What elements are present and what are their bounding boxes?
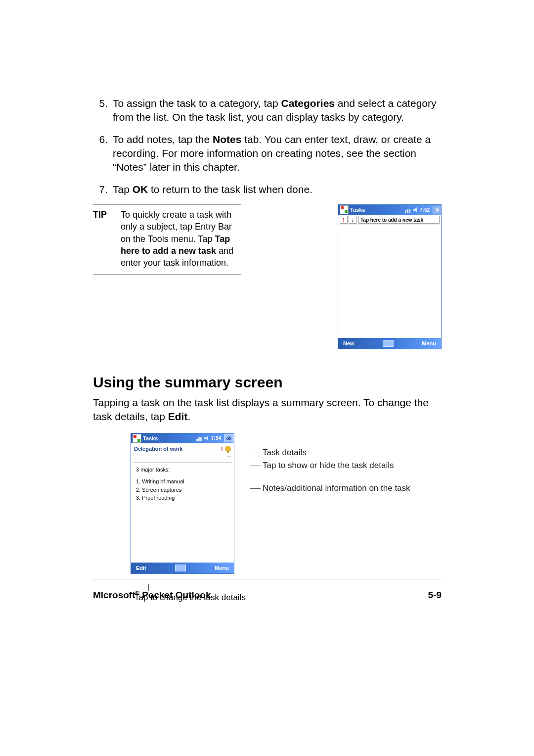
task-list-area[interactable]	[338, 225, 441, 338]
task-subject: Delegation of work	[134, 446, 182, 452]
start-icon[interactable]	[340, 205, 349, 214]
toolbar: ! ↓ Tap here to add a new task	[338, 215, 441, 225]
chevron-down-icon[interactable]: ˇˇ	[227, 456, 231, 461]
step-number: 7.	[93, 183, 108, 196]
soft-key-bar: Edit Menu	[131, 563, 234, 573]
text: To assign the task to a category, tap	[113, 97, 281, 109]
softkey-menu[interactable]: Menu	[417, 340, 441, 346]
device-screenshot-task-summary: Tasks 7:54 ok Delegation of work !	[131, 433, 234, 574]
bold: Categories	[281, 97, 335, 109]
step-number: 5.	[93, 96, 108, 125]
callout-line	[250, 453, 261, 453]
step-body: Tap OK to return to the task list when d…	[113, 183, 442, 196]
text: Tap	[113, 184, 133, 195]
softkey-edit[interactable]: Edit	[131, 565, 151, 571]
step-body: To add notes, tap the Notes tab. You can…	[113, 133, 442, 175]
expand-collapse-row[interactable]: ˇˇ	[131, 455, 234, 462]
page-number: 5-9	[428, 590, 442, 601]
speaker-icon	[204, 436, 209, 441]
speaker-icon	[413, 207, 418, 212]
tip-label: TIP	[93, 209, 121, 269]
text: to return to the task list when done.	[148, 184, 312, 195]
add-task-entry[interactable]: Tap here to add a new task	[358, 216, 440, 224]
callout-line	[250, 466, 261, 466]
priority-filter-button[interactable]: !	[340, 216, 348, 224]
keyboard-icon[interactable]	[175, 565, 186, 571]
reminder-icon	[225, 446, 231, 452]
note-line: 1. Writing of manual	[136, 477, 229, 486]
text: Pocket Outlook	[139, 590, 211, 600]
note-line: 3. Proof reading	[136, 494, 229, 502]
page-footer: Microsoft® Pocket Outlook 5-9	[93, 590, 442, 601]
close-button[interactable]: ✕	[433, 206, 441, 214]
step-6: 6. To add notes, tap the Notes tab. You …	[93, 133, 442, 175]
softkey-new[interactable]: New	[338, 340, 359, 346]
softkey-menu[interactable]: Menu	[210, 565, 234, 571]
signal-icon	[196, 435, 202, 441]
callout-notes: Notes/additional information on the task	[263, 483, 410, 493]
callout-task-details: Task details	[263, 448, 307, 458]
signal-icon	[405, 207, 411, 213]
registered-mark: ®	[135, 590, 139, 596]
bold: Edit	[168, 411, 188, 422]
titlebar: Tasks 7:52 ✕	[338, 205, 441, 215]
text: .	[187, 411, 190, 422]
text: Microsoft	[93, 590, 135, 600]
keyboard-icon[interactable]	[383, 340, 394, 347]
tip-box: TIP To quickly create a task with only a…	[93, 204, 241, 274]
tip-text: To quickly create a task with only a sub…	[121, 209, 241, 269]
priority-icon: !	[221, 445, 223, 453]
bold: OK	[133, 184, 148, 195]
step-5: 5. To assign the task to a category, tap…	[93, 96, 442, 125]
callout-show-hide: Tap to show or hide the task details	[263, 461, 394, 471]
step-body: To assign the task to a category, tap Ca…	[113, 96, 442, 125]
section-heading: Using the summary screen	[93, 374, 442, 391]
footer-rule	[93, 579, 442, 579]
soft-key-bar: New Menu	[338, 338, 441, 349]
text: Tapping a task on the task list displays…	[93, 397, 429, 422]
clock: 7:54	[211, 435, 221, 441]
step-7: 7. Tap OK to return to the task list whe…	[93, 183, 442, 196]
start-icon[interactable]	[133, 434, 141, 443]
callout-line	[250, 488, 261, 489]
app-title: Tasks	[143, 435, 158, 441]
clock: 7:52	[420, 207, 430, 213]
note-line: 2. Screen captures	[136, 486, 229, 494]
sort-button[interactable]: ↓	[349, 216, 356, 224]
step-number: 6.	[93, 133, 108, 175]
bold: Notes	[213, 134, 241, 145]
footer-title: Microsoft® Pocket Outlook	[93, 590, 211, 601]
device-screenshot-tasks-list: Tasks 7:52 ✕ ! ↓ Tap here to add a new t…	[338, 204, 442, 349]
ok-button[interactable]: ok	[224, 434, 234, 442]
text: To add notes, tap the	[113, 134, 213, 145]
app-title: Tasks	[350, 207, 365, 213]
notes-heading: 3 major tasks:	[136, 466, 229, 474]
section-body: Tapping a task on the task list displays…	[93, 396, 442, 424]
task-details-bar: Delegation of work !	[131, 443, 234, 455]
titlebar: Tasks 7:54 ok	[131, 433, 234, 443]
task-notes-area: 3 major tasks: 1. Writing of manual 2. S…	[131, 463, 234, 563]
